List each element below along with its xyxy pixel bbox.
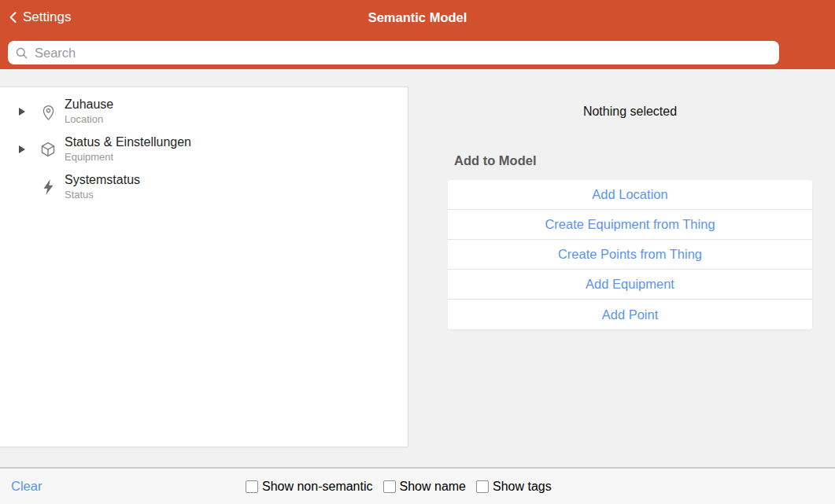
search-bar[interactable] — [8, 41, 779, 64]
show-tags-toggle[interactable]: Show tags — [476, 480, 552, 494]
expand-arrow[interactable] — [19, 108, 31, 116]
tree-item-type: Equipment — [65, 151, 191, 164]
tree-item-type: Status — [65, 189, 140, 201]
tree-item-text: Systemstatus Status — [65, 172, 140, 201]
display-options: Show non-semantic Show name Show tags — [246, 469, 552, 504]
chevron-left-icon — [6, 10, 20, 24]
footer-bar: Clear Show non-semantic Show name Show t… — [0, 467, 835, 504]
back-button-label: Settings — [23, 9, 71, 25]
tree-item-label: Zuhause — [65, 97, 113, 113]
add-to-model-actions: Add Location Create Equipment from Thing… — [448, 180, 812, 329]
checkbox-icon[interactable] — [476, 480, 489, 493]
header-bar: Settings Semantic Model — [0, 0, 835, 69]
checkbox-label-text: Show tags — [493, 480, 552, 494]
add-location-button[interactable]: Add Location — [448, 180, 812, 210]
show-non-semantic-toggle[interactable]: Show non-semantic — [246, 480, 373, 494]
tree-item-label: Status & Einstellungen — [65, 134, 191, 151]
add-to-model-heading: Add to Model — [454, 153, 536, 168]
tree-item-zuhause[interactable]: Zuhause Location — [0, 93, 408, 131]
add-point-button[interactable]: Add Point — [448, 300, 812, 329]
checkbox-icon[interactable] — [383, 480, 396, 493]
tree-item-label: Systemstatus — [65, 172, 140, 189]
expand-arrow[interactable] — [19, 145, 31, 153]
nothing-selected-text: Nothing selected — [448, 105, 812, 119]
tree-item-systemstatus[interactable]: Systemstatus Status — [0, 168, 408, 206]
add-equipment-button[interactable]: Add Equipment — [448, 270, 812, 300]
page-title: Semantic Model — [0, 10, 835, 25]
chevron-right-icon — [19, 145, 25, 153]
lightning-bolt-icon — [31, 178, 65, 196]
tree-item-status-einstellungen[interactable]: Status & Einstellungen Equipment — [0, 131, 408, 168]
tree-item-text: Zuhause Location — [65, 97, 113, 126]
search-icon — [8, 46, 28, 60]
cube-icon — [31, 141, 65, 158]
tree-item-text: Status & Einstellungen Equipment — [65, 134, 191, 164]
clear-button[interactable]: Clear — [11, 469, 42, 504]
checkbox-label-text: Show name — [400, 480, 467, 494]
location-pin-icon — [31, 103, 65, 121]
search-input[interactable] — [28, 41, 779, 64]
tree-item-type: Location — [65, 113, 113, 126]
chevron-right-icon — [19, 108, 25, 116]
checkbox-icon[interactable] — [246, 480, 258, 493]
create-equipment-from-thing-button[interactable]: Create Equipment from Thing — [448, 210, 812, 240]
navbar: Settings Semantic Model — [0, 0, 835, 35]
back-button[interactable]: Settings — [6, 9, 71, 25]
semantic-model-tree: Zuhause Location Status & Einstellungen … — [0, 86, 408, 447]
create-points-from-thing-button[interactable]: Create Points from Thing — [448, 240, 812, 270]
checkbox-label-text: Show non-semantic — [262, 480, 373, 494]
show-name-toggle[interactable]: Show name — [383, 480, 467, 494]
